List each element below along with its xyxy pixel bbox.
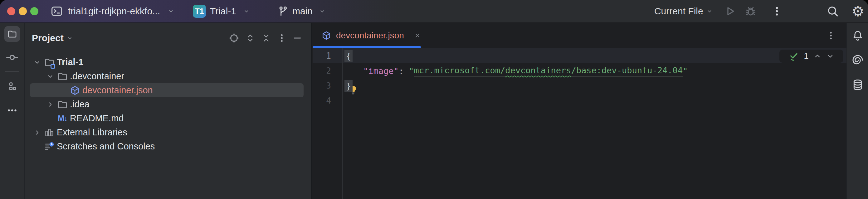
code-line-4[interactable]: 4 — [313, 93, 846, 108]
select-opened-file-icon[interactable] — [228, 32, 240, 44]
close-tab-icon[interactable] — [414, 32, 421, 39]
code-line-3[interactable]: 3 } — [313, 78, 846, 93]
next-problem-chevron-down-icon[interactable] — [826, 52, 834, 60]
module-folder-icon — [44, 57, 55, 68]
vcs-branch-selector[interactable]: main — [277, 5, 326, 17]
tree-item-module-root[interactable]: Trial-1 — [30, 55, 304, 69]
workspace-name: Trial-1 — [210, 6, 236, 16]
minimize-window-button[interactable] — [19, 7, 27, 15]
tree-item-label: Trial-1 — [57, 57, 83, 67]
open-quote-token: " — [409, 66, 414, 76]
chevron-right-icon[interactable] — [45, 100, 55, 108]
collapse-all-icon[interactable] — [261, 33, 272, 43]
active-tab-indicator — [313, 46, 421, 48]
chevron-down-icon — [319, 8, 326, 14]
run-button[interactable] — [724, 5, 736, 18]
branch-name: main — [292, 6, 313, 16]
tree-item-external-libraries[interactable]: External Libraries — [30, 125, 304, 139]
tree-item-scratches[interactable]: Scratches and Consoles — [30, 139, 304, 154]
workspace-badge: T1 — [193, 5, 206, 18]
editor-area: devcontainer.json 1 { 2 — [313, 23, 846, 199]
editor-tab-bar: devcontainer.json — [313, 23, 846, 48]
code-viewport: 1 { 2 "image": "mcr.microsoft.com/devcon… — [313, 48, 846, 199]
project-tree: Trial-1 .devcontainer — [25, 55, 311, 154]
devcontainer-cube-icon — [321, 31, 331, 40]
json-key-token: "image" — [363, 66, 399, 76]
structure-tool-window-button[interactable] — [0, 81, 24, 92]
chevron-down-icon — [243, 8, 250, 14]
inspections-ok-icon[interactable] — [788, 51, 799, 61]
chevron-down-icon[interactable] — [45, 72, 55, 80]
expand-all-icon[interactable] — [245, 33, 255, 43]
more-tool-windows-button[interactable] — [0, 105, 24, 116]
tree-item-label: README.md — [70, 113, 124, 124]
left-tool-stripe — [0, 23, 25, 199]
zoom-window-button[interactable] — [30, 7, 38, 15]
tab-label: devcontainer.json — [336, 31, 404, 40]
project-switcher-label: trial1git-rdjkpn-ekkfo... — [68, 6, 160, 16]
inspection-widget: 1 — [779, 49, 843, 63]
line-number[interactable]: 4 — [313, 96, 342, 105]
close-window-button[interactable] — [7, 7, 15, 15]
commit-tool-window-button[interactable] — [0, 51, 24, 64]
intention-bulb-icon[interactable] — [348, 65, 358, 76]
tree-item-label: External Libraries — [57, 127, 127, 138]
more-actions-kebab-icon[interactable] — [771, 6, 782, 17]
chevron-down-icon — [706, 8, 713, 14]
chevron-down-icon — [168, 8, 174, 14]
tree-item-devcontainer-json-selected[interactable]: devcontainer.json — [30, 83, 304, 97]
hide-panel-icon[interactable] — [292, 33, 303, 43]
chevron-down-icon[interactable] — [32, 58, 42, 66]
project-panel-actions — [228, 32, 303, 44]
project-tool-window-button[interactable] — [4, 26, 20, 42]
devcontainer-cube-icon — [69, 85, 80, 96]
line-number[interactable]: 1 — [313, 51, 342, 61]
previous-problem-chevron-up-icon[interactable] — [813, 52, 822, 60]
folder-icon — [57, 71, 68, 82]
code-line-2[interactable]: 2 "image": "mcr.microsoft.com/devcontain… — [313, 63, 846, 78]
tree-item-label: .idea — [70, 99, 90, 109]
tree-item-idea-folder[interactable]: .idea — [30, 97, 304, 111]
scratches-icon — [44, 141, 55, 152]
markdown-file-icon: M↓ — [57, 114, 68, 123]
ai-assistant-icon[interactable] — [847, 54, 868, 66]
module-badge — [51, 64, 55, 69]
project-panel-title[interactable]: Project — [32, 33, 64, 43]
tree-item-readme[interactable]: M↓ README.md — [30, 111, 304, 125]
folder-icon — [57, 99, 68, 110]
close-quote-token: " — [683, 66, 688, 76]
open-brace-token: { — [344, 50, 352, 62]
titlebar-actions: Current File — [654, 0, 868, 23]
tab-options-kebab-icon[interactable] — [826, 23, 836, 48]
run-configuration-label: Current File — [654, 6, 703, 16]
gutter-separator — [342, 48, 343, 199]
tree-item-label: Scratches and Consoles — [57, 141, 155, 152]
close-brace-token: } — [344, 80, 352, 92]
inspection-count: 1 — [804, 52, 808, 61]
terminal-project-icon — [50, 5, 63, 18]
database-icon[interactable] — [847, 78, 868, 91]
project-switcher[interactable]: trial1git-rdjkpn-ekkfo... — [50, 5, 174, 18]
settings-gear-icon[interactable]: ⚙ — [852, 4, 864, 19]
libraries-icon — [44, 127, 55, 138]
typo-squiggle-segment: devcontainers — [505, 66, 571, 75]
line-number[interactable]: 3 — [313, 81, 342, 91]
run-configuration-selector[interactable]: Current File — [654, 6, 713, 16]
stripe-divider — [5, 71, 19, 72]
workspace-selector[interactable]: T1 Trial-1 — [193, 5, 250, 18]
chevron-down-icon — [67, 35, 73, 41]
notifications-bell-icon[interactable] — [847, 29, 868, 42]
panel-options-kebab-icon[interactable] — [277, 33, 287, 43]
line-number[interactable]: 2 — [313, 66, 342, 75]
tab-devcontainer-json[interactable]: devcontainer.json — [313, 23, 421, 48]
code-line-1[interactable]: 1 { — [313, 48, 846, 63]
tree-item-label: devcontainer.json — [82, 85, 153, 95]
project-panel-header: Project — [25, 23, 311, 53]
chevron-right-icon[interactable] — [32, 129, 42, 137]
right-tool-stripe — [846, 23, 868, 199]
tree-item-label: .devcontainer — [70, 71, 124, 81]
image-url-token: mcr.microsoft.com/devcontainers/base:dev… — [414, 66, 683, 76]
debug-button[interactable] — [744, 5, 757, 18]
search-everywhere-icon[interactable] — [826, 5, 839, 18]
tree-item-devcontainer-folder[interactable]: .devcontainer — [30, 69, 304, 83]
